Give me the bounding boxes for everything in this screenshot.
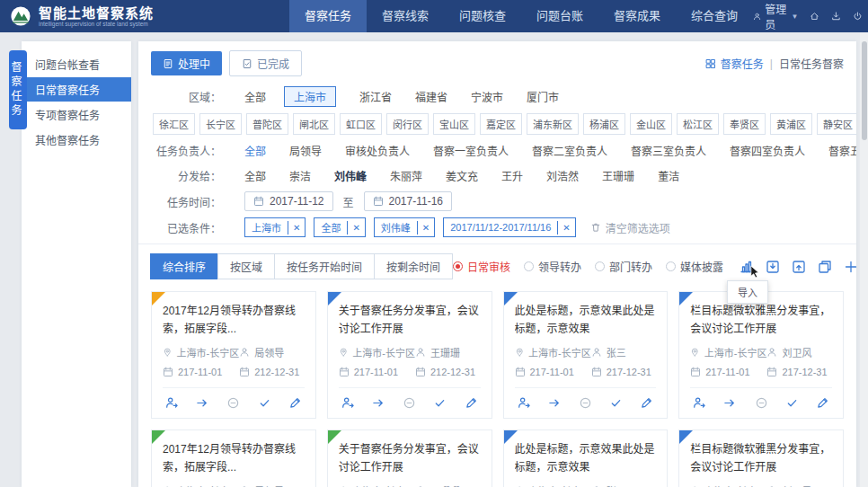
type-radio[interactable]: 媒体披露 (666, 259, 723, 274)
sidebar-item[interactable]: 专项督察任务 (22, 102, 131, 127)
date-from-input[interactable]: 2017-11-12 (244, 191, 333, 211)
user-menu[interactable]: 管理员 ▼ (753, 1, 798, 31)
sidebar-item[interactable]: 日常督察任务 (22, 77, 131, 102)
top-nav-item[interactable]: 问题台账 (521, 0, 598, 32)
top-nav-item[interactable]: 督察成果 (598, 0, 676, 32)
tag-close-icon[interactable]: ✕ (557, 221, 574, 235)
region-option[interactable]: 厦门市 (527, 87, 559, 106)
dispatch-option[interactable]: 刘伟峰 (334, 166, 367, 185)
top-nav-item[interactable]: 督察任务 (289, 0, 367, 32)
district-option[interactable]: 徐汇区 (153, 113, 195, 135)
sort-tab[interactable]: 按任务开始时间 (274, 253, 375, 279)
district-option[interactable]: 嘉定区 (480, 113, 522, 135)
region-option[interactable]: 福建省 (415, 87, 447, 106)
top-nav-item[interactable]: 问题核查 (444, 0, 521, 32)
dispatch-option[interactable]: 崇洁 (289, 166, 311, 185)
tag-close-icon[interactable]: ✕ (417, 221, 434, 235)
complete-icon[interactable] (258, 396, 271, 410)
district-option[interactable]: 闸北区 (293, 113, 335, 135)
region-option[interactable]: 全部 (244, 87, 266, 106)
dispatch-option[interactable]: 王珊珊 (602, 166, 634, 185)
task-card[interactable]: 此处是标题，示意效果此处是标题，示意效果 上海市-长宁区 (503, 291, 669, 419)
clear-filters-button[interactable]: 清空筛选选项 (590, 220, 670, 235)
download-icon[interactable] (831, 10, 841, 22)
edit-icon[interactable] (816, 396, 829, 410)
import-icon[interactable] (766, 260, 780, 274)
sort-tab[interactable]: 按区域 (217, 253, 275, 279)
district-option[interactable]: 浦东新区 (527, 113, 579, 135)
forward-icon[interactable] (548, 396, 562, 410)
suspend-icon[interactable] (579, 396, 592, 410)
task-card[interactable]: 2017年12月领导转办督察线索，拓展字段... 上海市-长宁区 (151, 429, 316, 487)
task-card[interactable]: 栏目标题微软雅黑分发事宜，会议讨论工作开展 上海市-长宁区 (678, 291, 844, 419)
type-radio[interactable]: 部门转办 (595, 259, 652, 274)
dispatch-option[interactable]: 全部 (244, 166, 266, 185)
owner-option[interactable]: 局领导 (289, 141, 322, 160)
type-radio[interactable]: 日常审核 (453, 259, 510, 274)
district-option[interactable]: 普陀区 (246, 113, 288, 135)
date-to-input[interactable]: 2017-11-16 (364, 191, 453, 211)
sidebar-item[interactable]: 其他督察任务 (22, 128, 131, 152)
region-option[interactable]: 浙江省 (359, 87, 392, 106)
district-option[interactable]: 松江区 (677, 113, 719, 135)
district-option[interactable]: 杨浦区 (583, 113, 625, 135)
top-nav-item[interactable]: 综合查询 (676, 0, 753, 32)
export-icon[interactable] (792, 260, 806, 274)
transfer-icon[interactable] (518, 396, 531, 410)
complete-icon[interactable] (609, 396, 623, 410)
breadcrumb-root[interactable]: 督察任务 (721, 56, 764, 71)
district-option[interactable]: 奉贤区 (723, 113, 766, 135)
edit-icon[interactable] (288, 396, 302, 410)
edit-icon[interactable] (640, 396, 653, 410)
transfer-icon[interactable] (165, 396, 179, 410)
sort-tab[interactable]: 按剩余时间 (374, 253, 453, 279)
type-radio[interactable]: 领导转办 (524, 259, 581, 274)
sidebar-item[interactable]: 问题台帐查看 (22, 52, 131, 76)
dispatch-option[interactable]: 刘浩然 (546, 166, 579, 185)
add-icon[interactable] (844, 260, 856, 274)
task-card[interactable]: 此处是标题，示意效果此处是标题，示意效果 上海市-长宁区 (503, 429, 669, 487)
district-option[interactable]: 长宁区 (199, 113, 242, 135)
district-option[interactable]: 静安区 (817, 113, 856, 135)
dispatch-option[interactable]: 董洁 (658, 166, 679, 185)
region-option[interactable]: 宁波市 (471, 87, 503, 106)
region-option[interactable]: 上海市 (284, 86, 336, 107)
tab-processing[interactable]: 处理中 (151, 51, 222, 75)
district-option[interactable]: 金山区 (630, 113, 672, 135)
district-option[interactable]: 黄浦区 (770, 113, 812, 135)
transfer-icon[interactable] (693, 396, 706, 410)
task-card[interactable]: 2017年12月领导转办督察线索，拓展字段... 上海市-长宁区 (151, 291, 316, 419)
forward-icon[interactable] (196, 396, 209, 410)
owner-option[interactable]: 督察一室负责人 (433, 141, 509, 160)
owner-option[interactable]: 督察五室负责人 (828, 141, 856, 160)
sidebar-vertical-tab[interactable]: 督察任务 (9, 50, 27, 129)
copy-icon[interactable] (818, 260, 832, 274)
edit-icon[interactable] (465, 396, 478, 410)
district-option[interactable]: 宝山区 (433, 113, 475, 135)
owner-option[interactable]: 审核处负责人 (345, 141, 410, 160)
sort-tab[interactable]: 综合排序 (150, 253, 218, 279)
tab-done[interactable]: 已完成 (229, 50, 302, 76)
suspend-icon[interactable] (226, 396, 240, 410)
district-option[interactable]: 虹口区 (340, 113, 382, 135)
dispatch-option[interactable]: 朱丽萍 (390, 166, 422, 185)
complete-icon[interactable] (433, 396, 447, 410)
suspend-icon[interactable] (403, 396, 416, 410)
transfer-icon[interactable] (341, 396, 355, 410)
suspend-icon[interactable] (755, 396, 768, 410)
task-card[interactable]: 关于督察任务分发事宜，会议讨论工作开展 上海市-长宁区 (327, 291, 492, 419)
district-option[interactable]: 闵行区 (386, 113, 429, 135)
owner-option[interactable]: 督察三室负责人 (631, 141, 706, 160)
scrollbar-thumb[interactable] (862, 41, 867, 140)
forward-icon[interactable] (723, 396, 737, 410)
dispatch-option[interactable]: 姜文充 (446, 166, 478, 185)
top-nav-item[interactable]: 督察线索 (367, 0, 444, 32)
owner-option[interactable]: 督察二室负责人 (532, 141, 607, 160)
task-card[interactable]: 关于督察任务分发事宜，会议讨论工作开展 上海市-长宁区 (327, 429, 492, 487)
owner-option[interactable]: 督察四室负责人 (730, 141, 805, 160)
home-icon[interactable] (810, 10, 819, 22)
owner-option[interactable]: 全部 (244, 141, 266, 160)
tag-close-icon[interactable]: ✕ (347, 221, 364, 235)
complete-icon[interactable] (785, 396, 799, 410)
power-icon[interactable] (853, 10, 863, 22)
